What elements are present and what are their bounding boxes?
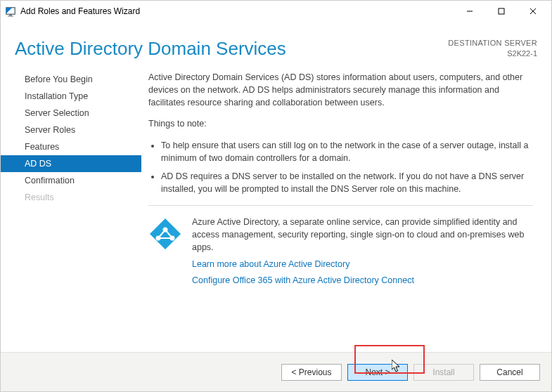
sidebar-item-ad-ds[interactable]: AD DS [1,155,141,172]
azure-row: Azure Active Directory, a separate onlin… [148,216,533,287]
azure-ad-icon [148,217,182,251]
minimize-button[interactable] [454,1,485,21]
install-button: Install [413,364,474,381]
sidebar-item-server-roles[interactable]: Server Roles [1,122,141,138]
divider [148,205,533,206]
link-learn-more-azure-ad[interactable]: Learn more about Azure Active Directory [192,258,533,270]
azure-text: Azure Active Directory, a separate onlin… [192,216,533,287]
svg-marker-9 [150,218,181,249]
svg-rect-6 [499,8,504,14]
intro-text: Active Directory Domain Services (AD DS)… [148,71,533,109]
page-title: Active Directory Domain Services [15,38,448,60]
note-item: To help ensure that users can still log … [161,139,533,164]
destination-label: DESTINATION SERVER [448,38,537,48]
next-button[interactable]: Next > [347,364,408,381]
svg-rect-3 [8,15,13,16]
wizard-window: Add Roles and Features Wizard Active Dir… [0,0,552,392]
sidebar-item-installation-type[interactable]: Installation Type [1,88,141,105]
note-item: AD DS requires a DNS server to be instal… [161,170,533,195]
destination-server: DESTINATION SERVER S2K22-1 [448,38,537,59]
notes-heading: Things to note: [148,117,533,130]
azure-description: Azure Active Directory, a separate onlin… [192,216,533,254]
maximize-button[interactable] [485,1,517,21]
close-button[interactable] [517,1,548,21]
sidebar-item-results: Results [1,189,141,206]
sidebar: Before You Begin Installation Type Serve… [1,67,141,352]
sidebar-item-before-you-begin[interactable]: Before You Begin [1,71,141,88]
titlebar: Add Roles and Features Wizard [1,1,551,21]
cancel-button[interactable]: Cancel [480,364,540,381]
window-title: Add Roles and Features Wizard [20,6,454,16]
sidebar-item-features[interactable]: Features [1,138,141,155]
sidebar-item-confirmation[interactable]: Confirmation [1,172,141,189]
sidebar-item-server-selection[interactable]: Server Selection [1,105,141,122]
page-header: Active Directory Domain Services DESTINA… [1,21,551,67]
notes-list: To help ensure that users can still log … [148,139,533,196]
link-configure-office365-aad-connect[interactable]: Configure Office 365 with Azure Active D… [192,274,533,287]
destination-name: S2K22-1 [448,48,537,59]
wizard-body: Before You Begin Installation Type Serve… [1,67,551,352]
server-manager-icon [5,6,16,17]
footer: < Previous Next > Install Cancel [1,352,551,391]
previous-button[interactable]: < Previous [281,364,342,381]
svg-rect-2 [9,15,12,16]
content-pane: Active Directory Domain Services (AD DS)… [141,67,551,352]
